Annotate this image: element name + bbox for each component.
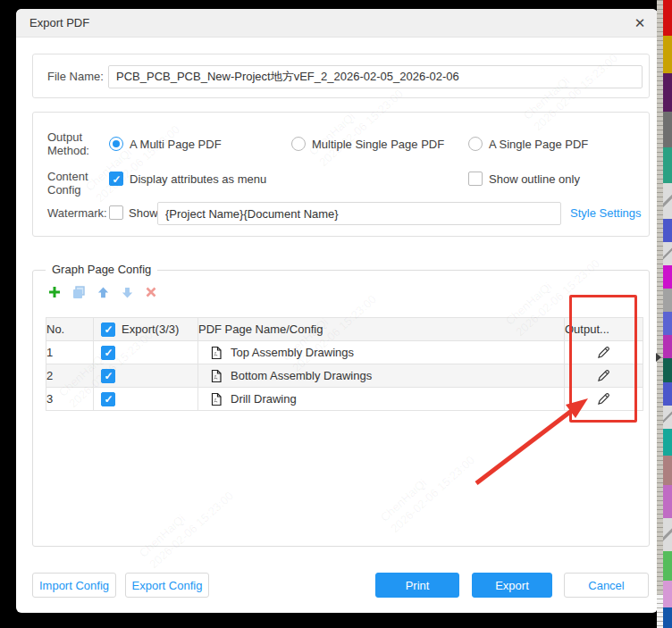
checkbox-show-outline-only[interactable] bbox=[468, 172, 483, 186]
watermark-label: Watermark: bbox=[47, 206, 107, 220]
add-page-icon[interactable] bbox=[46, 283, 63, 301]
radio-multi-page-pdf-label[interactable]: A Multi Page PDF bbox=[130, 138, 222, 151]
table-header-row: No. Export(3/3) PDF Page Name/Config Out… bbox=[46, 318, 643, 341]
palette-swatch[interactable] bbox=[663, 358, 672, 382]
content-config-label: Content Config bbox=[47, 170, 94, 197]
row-export-checkbox[interactable] bbox=[101, 392, 115, 406]
duplicate-page-icon[interactable] bbox=[70, 283, 88, 301]
edit-output-config-icon[interactable] bbox=[565, 368, 643, 383]
radio-multiple-single-page-pdf[interactable] bbox=[291, 137, 306, 151]
export-pdf-dialog: Export PDF ✕ ChenHaiQi2026-02-06 15:23:0… bbox=[16, 9, 658, 613]
watermark-text-input[interactable] bbox=[157, 202, 561, 225]
checkbox-display-attributes[interactable] bbox=[109, 172, 123, 186]
row-export-checkbox[interactable] bbox=[101, 346, 115, 360]
dialog-titlebar: Export PDF ✕ bbox=[16, 9, 658, 38]
palette-swatch[interactable] bbox=[663, 581, 672, 607]
cancel-button[interactable]: Cancel bbox=[564, 573, 649, 598]
palette-swatch[interactable] bbox=[663, 607, 672, 628]
file-name-input[interactable] bbox=[108, 65, 643, 88]
edit-output-config-icon[interactable] bbox=[565, 345, 643, 360]
header-no: No. bbox=[46, 318, 94, 341]
palette-swatch[interactable] bbox=[663, 429, 672, 456]
style-settings-link[interactable]: Style Settings bbox=[570, 206, 642, 220]
print-button[interactable]: Print bbox=[375, 573, 459, 598]
close-icon[interactable]: ✕ bbox=[629, 9, 651, 38]
header-output: Output... bbox=[565, 318, 643, 341]
table-row[interactable]: 2 Bottom Assembly Drawings bbox=[46, 364, 643, 388]
output-method-label: Output Method: bbox=[47, 130, 96, 157]
row-no: 2 bbox=[46, 364, 94, 388]
pages-table: No. Export(3/3) PDF Page Name/Config Out… bbox=[46, 317, 643, 411]
radio-multiple-single-page-pdf-label[interactable]: Multiple Single Page PDF bbox=[312, 138, 444, 151]
header-export-label: Export(3/3) bbox=[122, 322, 179, 336]
row-page-name: Bottom Assembly Drawings bbox=[231, 369, 372, 382]
palette-swatch[interactable] bbox=[663, 0, 672, 36]
palette-swatch[interactable] bbox=[663, 485, 672, 518]
move-up-icon[interactable] bbox=[94, 283, 112, 301]
move-down-icon[interactable] bbox=[118, 283, 136, 301]
header-page-name: PDF Page Name/Config bbox=[198, 318, 565, 341]
header-export: Export(3/3) bbox=[94, 318, 198, 341]
ruler-strip bbox=[657, 0, 663, 628]
checkbox-display-attributes-label[interactable]: Display attributes as menu bbox=[130, 172, 266, 186]
pdf-file-icon bbox=[209, 346, 223, 360]
palette-swatch[interactable] bbox=[663, 242, 672, 265]
color-palette-strip[interactable] bbox=[663, 0, 672, 628]
palette-swatch[interactable] bbox=[663, 289, 672, 312]
row-no: 1 bbox=[46, 341, 94, 364]
palette-swatch[interactable] bbox=[663, 382, 672, 406]
row-export-checkbox[interactable] bbox=[101, 369, 115, 383]
palette-swatch[interactable] bbox=[663, 551, 672, 581]
graph-page-config-section: Graph Page Config No. bbox=[32, 270, 650, 547]
radio-single-page-pdf-label[interactable]: A Single Page PDF bbox=[489, 138, 588, 151]
palette-swatch[interactable] bbox=[663, 73, 672, 112]
palette-swatch[interactable] bbox=[663, 456, 672, 485]
palette-swatch[interactable] bbox=[663, 219, 672, 242]
options-section: Output Method: A Multi Page PDF Multiple… bbox=[32, 112, 650, 237]
palette-swatch[interactable] bbox=[663, 36, 672, 73]
file-name-section: File Name: bbox=[32, 54, 650, 98]
graph-page-config-legend: Graph Page Config bbox=[46, 263, 157, 276]
export-config-button[interactable]: Export Config bbox=[125, 573, 209, 598]
palette-swatch[interactable] bbox=[663, 406, 672, 429]
delete-page-icon[interactable] bbox=[142, 283, 160, 301]
palette-swatch[interactable] bbox=[663, 112, 672, 147]
pdf-file-icon bbox=[209, 392, 223, 406]
checkbox-watermark-show-label[interactable]: Show bbox=[129, 206, 158, 220]
checkbox-show-outline-only-label[interactable]: Show outline only bbox=[489, 172, 580, 186]
row-page-name: Top Assembly Drawings bbox=[231, 346, 354, 359]
export-button[interactable]: Export bbox=[472, 573, 552, 598]
edit-output-config-icon[interactable] bbox=[565, 391, 643, 406]
dialog-title: Export PDF bbox=[29, 9, 89, 38]
radio-single-page-pdf[interactable] bbox=[468, 137, 483, 151]
import-config-button[interactable]: Import Config bbox=[32, 573, 116, 598]
pdf-file-icon bbox=[209, 369, 223, 383]
radio-multi-page-pdf[interactable] bbox=[109, 137, 123, 151]
file-name-label: File Name: bbox=[47, 70, 104, 83]
checkbox-watermark-show[interactable] bbox=[109, 205, 123, 220]
ruler-marker-icon bbox=[656, 353, 661, 362]
table-row[interactable]: 3 Drill Drawing bbox=[46, 388, 643, 411]
palette-swatch[interactable] bbox=[663, 518, 672, 551]
palette-swatch[interactable] bbox=[663, 183, 672, 219]
row-no: 3 bbox=[46, 388, 94, 411]
palette-swatch[interactable] bbox=[663, 335, 672, 358]
select-all-checkbox[interactable] bbox=[101, 322, 115, 337]
palette-swatch[interactable] bbox=[663, 147, 672, 183]
palette-swatch[interactable] bbox=[663, 312, 672, 335]
graph-toolbar bbox=[46, 283, 160, 301]
table-row[interactable]: 1 Top Assembly Drawings bbox=[46, 341, 643, 364]
row-page-name: Drill Drawing bbox=[231, 392, 297, 406]
palette-swatch[interactable] bbox=[663, 265, 672, 289]
